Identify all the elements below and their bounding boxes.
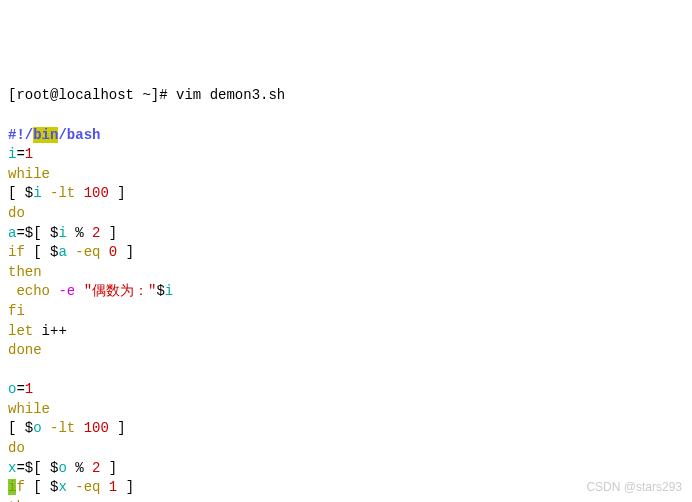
eq-i: = <box>16 146 24 162</box>
if2-open: [ $ <box>25 479 59 495</box>
if2-num: 1 <box>109 479 117 495</box>
if1-op: -eq <box>67 244 109 260</box>
shell-prompt: [root@localhost ~]# vim demon3.sh <box>8 87 285 103</box>
cond2-var: o <box>33 420 41 436</box>
kw-if2-f: f <box>16 479 24 495</box>
close-a: ] <box>100 225 117 241</box>
if2-op: -eq <box>67 479 109 495</box>
close-x: ] <box>100 460 117 476</box>
cond2-open: [ $ <box>8 420 33 436</box>
shebang-hash: #! <box>8 127 25 143</box>
let1-expr: i++ <box>33 323 67 339</box>
cond2-close: ] <box>109 420 126 436</box>
eq-o: = <box>16 381 24 397</box>
val-o: 1 <box>25 381 33 397</box>
kw-do1: do <box>8 205 25 221</box>
echo1-var: i <box>165 283 173 299</box>
echo1-opt: -e <box>50 283 84 299</box>
cond1-op: -lt <box>42 185 84 201</box>
inner-o: o <box>58 460 66 476</box>
if2-var: x <box>58 479 66 495</box>
kw-while1: while <box>8 166 50 182</box>
if2-close: ] <box>117 479 134 495</box>
echo1-text: 偶数为： <box>92 283 148 299</box>
shebang-slash1: / <box>25 127 33 143</box>
shebang-bash: bash <box>67 127 101 143</box>
if1-num: 0 <box>109 244 117 260</box>
kw-let1: let <box>8 323 33 339</box>
eq-x: =$[ $ <box>16 460 58 476</box>
if1-open: [ $ <box>25 244 59 260</box>
kw-then1: then <box>8 264 42 280</box>
kw-while2: while <box>8 401 50 417</box>
inner-i: i <box>58 225 66 241</box>
echo1-cmd: echo <box>16 283 50 299</box>
terminal-output: [root@localhost ~]# vim demon3.sh #!/bin… <box>8 86 684 502</box>
shebang-bin: bin <box>33 127 58 143</box>
if1-close: ] <box>117 244 134 260</box>
watermark: CSDN @stars293 <box>586 479 682 496</box>
eq-a: =$[ $ <box>16 225 58 241</box>
rest-a: % <box>67 225 92 241</box>
cond1-close: ] <box>109 185 126 201</box>
shebang-slash2: / <box>58 127 66 143</box>
echo1-dollar: $ <box>156 283 164 299</box>
kw-do2: do <box>8 440 25 456</box>
kw-done1: done <box>8 342 42 358</box>
if1-var: a <box>58 244 66 260</box>
rest-x: % <box>67 460 92 476</box>
cond1-var: i <box>33 185 41 201</box>
cond2-num: 100 <box>84 420 109 436</box>
kw-if1: if <box>8 244 25 260</box>
val-i: 1 <box>25 146 33 162</box>
echo1-q1: " <box>84 283 92 299</box>
cond1-open: [ $ <box>8 185 33 201</box>
cond1-num: 100 <box>84 185 109 201</box>
cond2-op: -lt <box>42 420 84 436</box>
kw-fi1: fi <box>8 303 25 319</box>
